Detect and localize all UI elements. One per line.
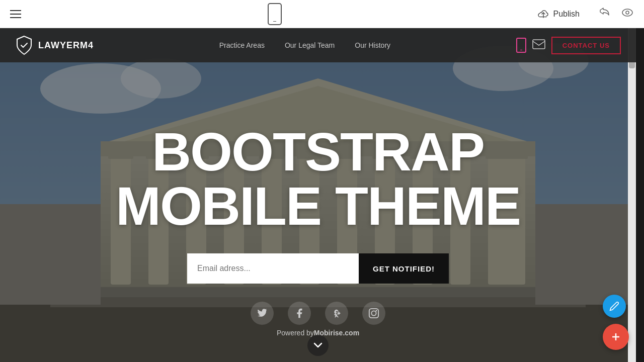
- nav-mail-icon[interactable]: [532, 39, 545, 52]
- contact-us-button[interactable]: CONTACT US: [551, 37, 621, 54]
- site-brand: LAWYERM4: [15, 35, 94, 55]
- hero-social-icons: [0, 302, 636, 325]
- hero-section: BOOTSTRAP MOBILE THEME GET NOTIFIED!: [0, 28, 636, 362]
- brand-name: LAWYERM4: [38, 40, 94, 51]
- scroll-down-button[interactable]: [307, 335, 329, 356]
- website-preview: LAWYERM4 Practice Areas Our Legal Team O…: [0, 28, 636, 362]
- svg-point-43: [376, 310, 377, 312]
- nav-link-our-history[interactable]: Our History: [355, 41, 390, 49]
- undo-icon[interactable]: [599, 7, 611, 21]
- site-navbar: LAWYERM4 Practice Areas Our Legal Team O…: [0, 28, 636, 62]
- publish-button[interactable]: Publish: [528, 5, 589, 24]
- nav-phone-icon[interactable]: [516, 38, 526, 53]
- nav-link-practice-areas[interactable]: Practice Areas: [219, 41, 265, 49]
- nav-icons: CONTACT US: [516, 37, 621, 54]
- hamburger-menu[interactable]: [10, 10, 21, 18]
- svg-rect-41: [369, 309, 378, 318]
- google-plus-icon[interactable]: [325, 302, 348, 325]
- fab-container: [603, 295, 629, 350]
- facebook-icon[interactable]: [288, 302, 311, 325]
- phone-preview-icon[interactable]: [268, 3, 282, 25]
- nav-link-legal-team[interactable]: Our Legal Team: [285, 41, 335, 49]
- hero-email-form: GET NOTIFIED!: [187, 253, 449, 284]
- hero-content: BOOTSTRAP MOBILE THEME GET NOTIFIED!: [0, 100, 636, 325]
- brand-shield-icon: [15, 35, 33, 55]
- fab-add-button[interactable]: [603, 324, 629, 350]
- editor-toolbar: Publish: [0, 0, 644, 28]
- site-nav-links: Practice Areas Our Legal Team Our Histor…: [219, 41, 390, 49]
- get-notified-button[interactable]: GET NOTIFIED!: [359, 253, 449, 284]
- email-input[interactable]: [187, 253, 359, 284]
- publish-label: Publish: [553, 10, 580, 19]
- cloud-upload-icon: [537, 9, 549, 20]
- svg-rect-2: [533, 40, 545, 49]
- fab-edit-button[interactable]: [603, 295, 626, 318]
- svg-point-0: [622, 9, 632, 16]
- instagram-icon[interactable]: [362, 302, 385, 325]
- svg-point-1: [626, 11, 629, 14]
- twitter-icon[interactable]: [251, 302, 274, 325]
- hero-title: BOOTSTRAP MOBILE THEME: [0, 125, 636, 233]
- svg-point-42: [371, 311, 376, 315]
- preview-icon[interactable]: [621, 7, 634, 21]
